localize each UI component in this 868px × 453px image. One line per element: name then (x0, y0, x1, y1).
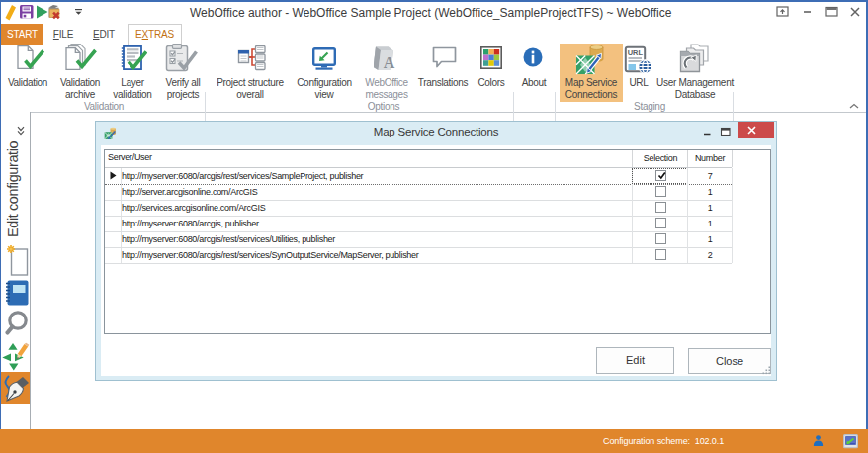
svg-text:URL: URL (628, 48, 644, 57)
svg-text:A: A (384, 54, 395, 71)
